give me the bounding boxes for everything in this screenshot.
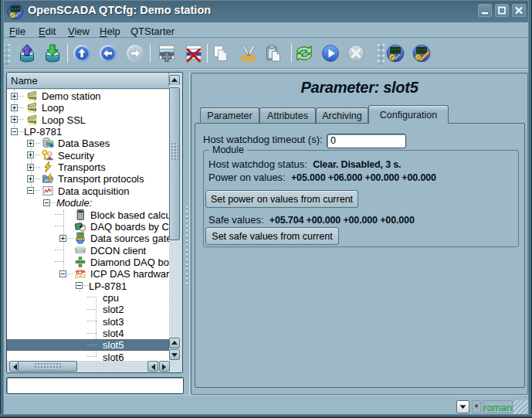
svg-text:8.8.8: 8.8.8 xyxy=(391,48,399,51)
svg-text:8.8.8: 8.8.8 xyxy=(418,48,425,51)
svg-text:DAS: DAS xyxy=(75,274,86,279)
svg-text:DCON: DCON xyxy=(76,250,85,253)
svg-text:8.8.8: 8.8.8 xyxy=(12,8,19,10)
